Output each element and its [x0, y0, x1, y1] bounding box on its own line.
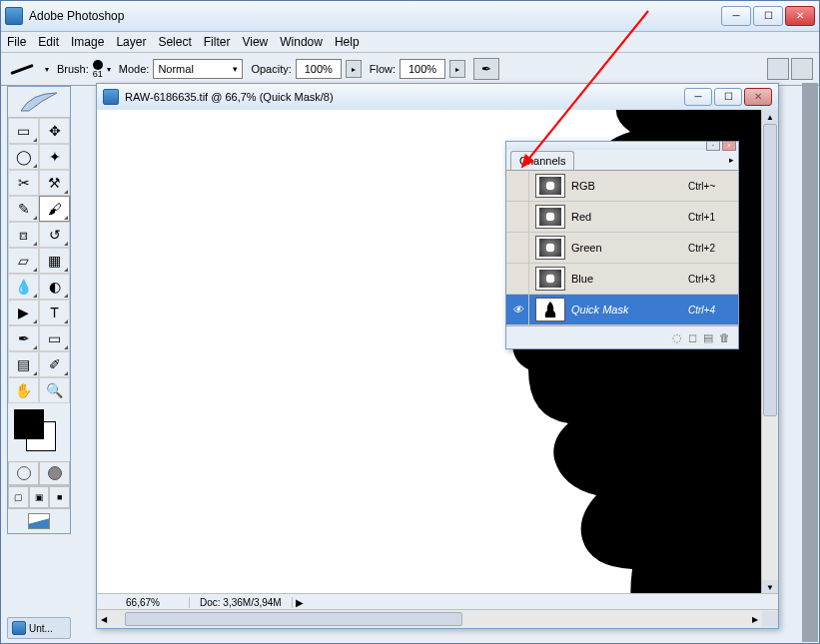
visibility-toggle[interactable]: [506, 233, 529, 263]
brush-size-value: 61: [93, 70, 103, 79]
zoom-tool[interactable]: 🔍: [39, 377, 70, 403]
channel-name: RGB: [571, 180, 688, 192]
maximize-button[interactable]: ☐: [753, 6, 783, 26]
type-tool[interactable]: T: [39, 300, 70, 325]
flow-flyout[interactable]: ▸: [449, 60, 465, 78]
clone-stamp-tool[interactable]: ⧈: [8, 222, 39, 248]
visibility-toggle[interactable]: [506, 202, 529, 232]
menu-file[interactable]: File: [7, 35, 26, 49]
move-tool[interactable]: ✥: [39, 118, 70, 144]
menu-view[interactable]: View: [242, 35, 268, 49]
pen-tool[interactable]: ✒: [8, 325, 39, 351]
tool-preset-picker[interactable]: [7, 57, 37, 81]
scroll-down-button[interactable]: ▼: [762, 580, 778, 594]
menu-image[interactable]: Image: [71, 35, 104, 49]
channel-shortcut: Ctrl+1: [688, 212, 738, 223]
menu-select[interactable]: Select: [158, 35, 191, 49]
slice-tool[interactable]: ⚒: [39, 170, 70, 196]
channel-shortcut: Ctrl+3: [688, 274, 738, 285]
standard-mode-button[interactable]: [8, 461, 39, 485]
channel-thumbnail: [535, 267, 565, 291]
doc-minimize-button[interactable]: ─: [684, 88, 712, 106]
screen-mode-full-menubar[interactable]: ▣: [29, 486, 50, 508]
opacity-flyout[interactable]: ▸: [346, 60, 362, 78]
airbrush-toggle[interactable]: ✒: [473, 58, 499, 80]
brush-preset-picker[interactable]: 61: [93, 60, 103, 79]
visibility-toggle[interactable]: [506, 171, 529, 201]
visibility-toggle[interactable]: [506, 264, 529, 294]
channel-row[interactable]: RedCtrl+1: [506, 202, 738, 233]
path-selection-tool[interactable]: ▶: [8, 300, 39, 325]
channel-row[interactable]: GreenCtrl+2: [506, 233, 738, 264]
mode-label: Mode:: [119, 63, 150, 75]
channel-row[interactable]: 👁Quick MaskCtrl+4: [506, 295, 738, 325]
palette-well-2[interactable]: [791, 58, 813, 80]
panel-close-button[interactable]: x: [722, 141, 736, 151]
menu-help[interactable]: Help: [335, 35, 360, 49]
zoom-level[interactable]: 66,67%: [97, 597, 190, 608]
brush-tool[interactable]: 🖌: [39, 196, 70, 222]
doc-size[interactable]: Doc: 3,36M/3,94M: [190, 597, 293, 608]
marquee-tool[interactable]: ▭: [8, 118, 39, 144]
panel-minimize-button[interactable]: -: [706, 141, 720, 151]
channel-name: Green: [571, 242, 688, 254]
history-brush-tool[interactable]: ↺: [39, 222, 70, 248]
vertical-scrollbar[interactable]: ▲ ▼: [761, 110, 778, 594]
menu-filter[interactable]: Filter: [204, 35, 231, 49]
menu-window[interactable]: Window: [280, 35, 323, 49]
screen-mode-full[interactable]: ■: [49, 486, 70, 508]
minimized-document-tab[interactable]: Unt...: [7, 617, 71, 639]
minimize-button[interactable]: ─: [721, 6, 751, 26]
dodge-tool[interactable]: ◐: [39, 274, 70, 300]
jump-to-imageready[interactable]: [8, 508, 70, 533]
channel-row[interactable]: RGBCtrl+~: [506, 171, 738, 202]
hand-tool[interactable]: ✋: [8, 377, 39, 403]
opacity-input[interactable]: [296, 59, 342, 79]
healing-brush-tool[interactable]: ✎: [8, 196, 39, 222]
vertical-scroll-thumb[interactable]: [763, 124, 777, 416]
scroll-right-button[interactable]: ▶: [748, 615, 762, 624]
delete-channel-icon[interactable]: 🗑: [719, 331, 730, 343]
status-flyout[interactable]: ▶: [293, 597, 307, 608]
options-bar: ▾ Brush: 61 ▾ Mode: Normal Opacity: ▸ Fl…: [1, 53, 819, 86]
screen-mode-standard[interactable]: ▢: [8, 486, 29, 508]
menu-edit[interactable]: Edit: [38, 35, 59, 49]
shape-tool[interactable]: ▭: [39, 325, 70, 351]
save-selection-icon[interactable]: ◻: [688, 331, 697, 344]
resize-grip[interactable]: [762, 611, 778, 627]
channel-shortcut: Ctrl+~: [688, 181, 738, 192]
channel-name: Quick Mask: [571, 304, 688, 316]
blend-mode-dropdown[interactable]: Normal: [153, 59, 243, 79]
flow-input[interactable]: [400, 59, 445, 79]
color-swatches[interactable]: [12, 407, 66, 457]
eyedropper-tool[interactable]: ✐: [39, 351, 70, 377]
lasso-tool[interactable]: ◯: [8, 144, 39, 170]
foreground-color[interactable]: [14, 409, 44, 439]
channel-row[interactable]: BlueCtrl+3: [506, 264, 738, 295]
menu-layer[interactable]: Layer: [116, 35, 146, 49]
scroll-up-button[interactable]: ▲: [762, 110, 778, 124]
doc-maximize-button[interactable]: ☐: [714, 88, 742, 106]
horizontal-scrollbar[interactable]: ◀ ▶: [97, 609, 778, 628]
doc-close-button[interactable]: ✕: [744, 88, 772, 106]
panel-menu-button[interactable]: ▸: [729, 155, 734, 165]
panel-title-bar[interactable]: - x: [506, 142, 738, 150]
document-title-bar[interactable]: RAW-6186635.tif @ 66,7% (Quick Mask/8) ─…: [97, 84, 778, 111]
new-channel-icon[interactable]: ▤: [703, 331, 713, 344]
blur-tool[interactable]: 💧: [8, 274, 39, 300]
load-selection-icon[interactable]: ◌: [672, 331, 682, 344]
channels-tab[interactable]: Channels: [510, 151, 574, 170]
crop-tool[interactable]: ✂: [8, 170, 39, 196]
gradient-tool[interactable]: ▦: [39, 248, 70, 274]
scroll-left-button[interactable]: ◀: [97, 615, 111, 624]
magic-wand-tool[interactable]: ✦: [39, 144, 70, 170]
palette-well-1[interactable]: [767, 58, 789, 80]
notes-tool[interactable]: ▤: [8, 351, 39, 377]
visibility-toggle[interactable]: 👁: [506, 295, 529, 324]
photoshop-icon: [5, 7, 23, 25]
quick-mask-mode-button[interactable]: [39, 461, 70, 485]
eraser-tool[interactable]: ▱: [8, 248, 39, 274]
horizontal-scroll-thumb[interactable]: [125, 612, 462, 626]
close-button[interactable]: ✕: [785, 6, 815, 26]
document-title: RAW-6186635.tif @ 66,7% (Quick Mask/8): [125, 91, 684, 103]
